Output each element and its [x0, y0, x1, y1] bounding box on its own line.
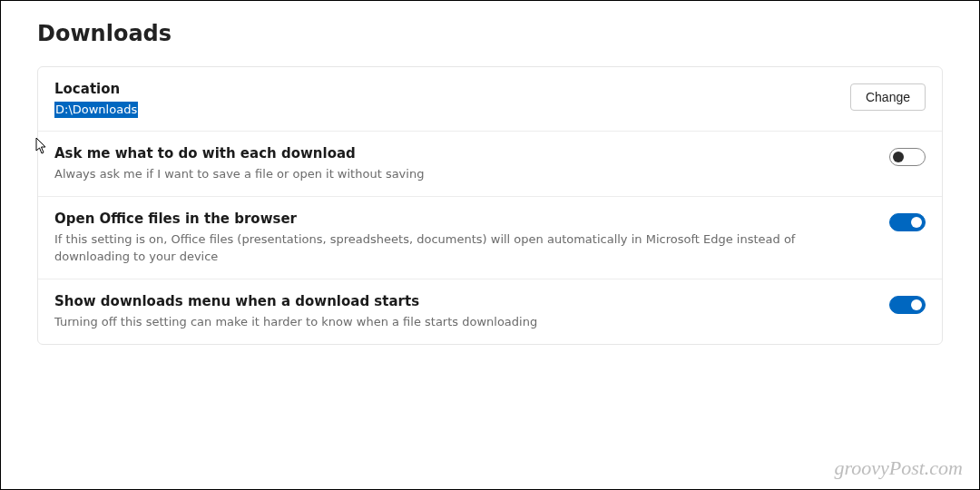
open-office-subtitle: If this setting is on, Office files (pre… [54, 231, 867, 266]
location-title: Location [54, 80, 828, 98]
show-downloads-menu-toggle[interactable] [889, 296, 926, 314]
ask-each-download-subtitle: Always ask me if I want to save a file o… [54, 166, 867, 183]
open-office-row: Open Office files in the browser If this… [38, 197, 942, 279]
open-office-title: Open Office files in the browser [54, 210, 867, 228]
toggle-knob-icon [911, 299, 922, 310]
toggle-knob-icon [893, 152, 904, 162]
show-downloads-menu-subtitle: Turning off this setting can make it har… [54, 314, 867, 331]
page-title: Downloads [37, 21, 943, 46]
ask-each-download-toggle[interactable] [889, 148, 926, 166]
toggle-knob-icon [911, 217, 922, 228]
show-downloads-menu-row: Show downloads menu when a download star… [38, 279, 942, 344]
ask-each-download-title: Ask me what to do with each download [54, 144, 867, 162]
show-downloads-menu-title: Show downloads menu when a download star… [54, 292, 867, 310]
location-row: Location D:\Downloads Change [38, 67, 942, 132]
downloads-settings-card: Location D:\Downloads Change Ask me what… [37, 66, 943, 345]
change-location-button[interactable]: Change [850, 83, 926, 111]
ask-each-download-row: Ask me what to do with each download Alw… [38, 132, 942, 197]
location-path: D:\Downloads [54, 102, 138, 118]
open-office-toggle[interactable] [889, 213, 926, 231]
watermark: groovyPost.com [834, 456, 963, 480]
